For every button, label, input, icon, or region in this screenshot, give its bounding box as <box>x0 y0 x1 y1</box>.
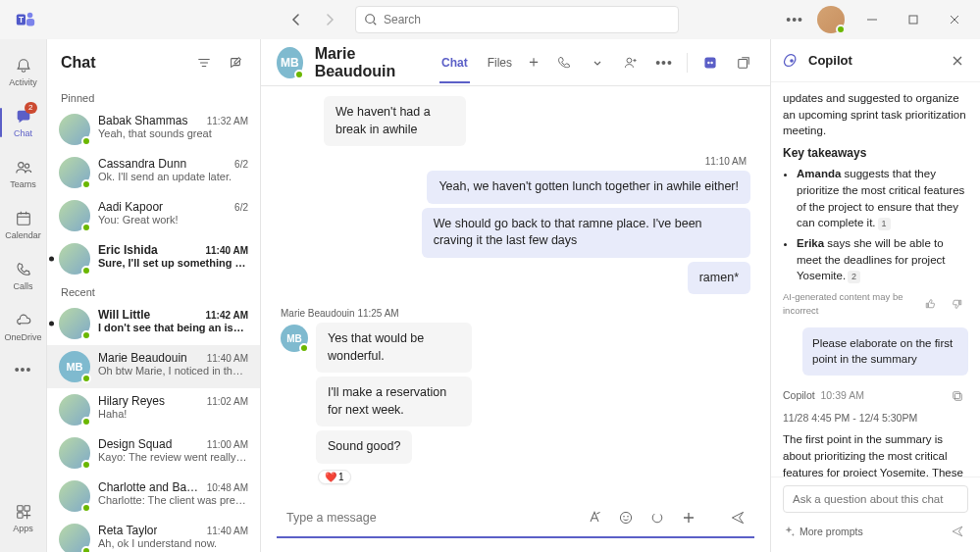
titlebar: T ••• <box>0 0 980 39</box>
search-input[interactable] <box>384 13 670 26</box>
chat-list-item[interactable]: Design Squad11:00 AMKayo: The review wen… <box>47 431 260 475</box>
people-add-button[interactable] <box>620 52 642 74</box>
more-compose-button[interactable] <box>678 507 699 528</box>
user-avatar[interactable] <box>817 6 845 33</box>
rail-item-apps[interactable]: Apps <box>0 493 47 542</box>
outgoing-message[interactable]: We should go back to that ramne place. I… <box>422 208 750 258</box>
chat-item-name: Will Little <box>98 308 150 322</box>
chat-item-name: Design Squad <box>98 437 172 451</box>
chat-item-name: Charlotte and Babak <box>98 480 201 494</box>
tab-chat[interactable]: Chat <box>439 42 470 83</box>
outgoing-message[interactable]: ramen* <box>688 262 750 295</box>
compose-input[interactable] <box>283 505 576 530</box>
reference-badge[interactable]: 1 <box>878 218 891 230</box>
incoming-message[interactable]: We haven't had a break in awhile <box>324 96 466 146</box>
call-options-button[interactable] <box>587 52 608 74</box>
avatar <box>59 437 90 469</box>
chat-list-item[interactable]: Charlotte and Babak10:48 AMCharlotte: Th… <box>47 475 260 518</box>
chat-list-item[interactable]: Will Little11:42 AMI don't see that bein… <box>47 302 260 345</box>
incoming-message[interactable]: I'll make a reservation for next week. <box>316 376 472 427</box>
chat-item-time: 11:32 AM <box>207 116 248 126</box>
avatar <box>59 394 90 426</box>
call-button[interactable] <box>553 52 575 74</box>
conversation-avatar[interactable]: MB <box>277 47 303 78</box>
chat-list-item[interactable]: Eric Ishida11:40 AMSure, I'll set up som… <box>47 237 260 280</box>
rail-item-more[interactable]: ••• <box>0 353 47 386</box>
new-chat-button[interactable] <box>225 52 246 74</box>
maximize-button[interactable] <box>900 6 927 33</box>
copilot-toggle-button[interactable] <box>699 52 721 74</box>
search-box[interactable] <box>355 6 679 33</box>
chat-list-item[interactable]: Cassandra Dunn6/2Ok. I'll send an update… <box>47 151 260 194</box>
copy-response-button[interactable] <box>947 385 968 407</box>
recent-label: Recent <box>47 280 260 302</box>
copilot-bullet: Amanda suggests that they prioritize the… <box>797 166 968 231</box>
svg-line-5 <box>374 23 377 25</box>
thumbs-down-button[interactable] <box>947 293 968 315</box>
svg-rect-21 <box>739 59 748 68</box>
pop-out-button[interactable] <box>733 52 754 74</box>
copilot-key-takeaways-title: Key takeaways <box>783 145 968 162</box>
send-button[interactable] <box>727 507 748 528</box>
svg-point-4 <box>366 15 375 24</box>
incoming-message[interactable]: Sound good? <box>316 430 412 464</box>
conversation-header: MB Marie Beaudouin Chat Files ＋ ••• <box>261 39 770 86</box>
format-button[interactable] <box>584 507 605 528</box>
forward-button[interactable] <box>318 8 341 31</box>
rail-item-onedrive[interactable]: OneDrive <box>0 302 47 351</box>
rail-item-activity[interactable]: Activity <box>0 47 47 96</box>
chat-item-time: 11:02 AM <box>207 396 248 407</box>
ai-disclaimer-text: AI-generated content may be incorrect <box>783 290 919 318</box>
chat-list-item[interactable]: MBMarie Beaudouin11:40 AMOh btw Marie, I… <box>47 345 260 388</box>
chat-item-preview: Ah, ok I understand now. <box>98 537 248 549</box>
filter-button[interactable] <box>193 52 215 74</box>
copilot-response-name: Copilot <box>783 389 815 401</box>
svg-point-25 <box>652 513 662 523</box>
rail-label: Calls <box>13 281 32 291</box>
svg-point-20 <box>710 61 712 63</box>
incoming-message[interactable]: Yes that would be wonderful. <box>316 323 472 373</box>
chat-item-name: Eric Ishida <box>98 243 158 257</box>
copilot-panel: Copilot updates and suggested to organiz… <box>770 39 980 552</box>
add-tab-button[interactable]: ＋ <box>526 52 542 73</box>
chat-item-preview: Yeah, that sounds great <box>98 127 248 139</box>
copilot-send-button[interactable] <box>947 521 968 542</box>
outgoing-message[interactable]: Yeah, we haven't gotten lunch together i… <box>427 171 750 204</box>
conversation-more-button[interactable]: ••• <box>653 52 675 74</box>
rail-item-chat[interactable]: 2 Chat <box>0 98 47 147</box>
tab-files[interactable]: Files <box>486 42 514 83</box>
emoji-button[interactable] <box>615 507 637 528</box>
cloud-icon <box>14 311 33 330</box>
compose-box[interactable] <box>277 499 754 538</box>
chat-list-item[interactable]: Babak Shammas11:32 AMYeah, that sounds g… <box>47 108 260 151</box>
sparkle-icon <box>783 526 795 537</box>
rail-item-calendar[interactable]: Calendar <box>0 200 47 249</box>
more-prompts-button[interactable]: More prompts <box>783 526 863 537</box>
rail-item-calls[interactable]: Calls <box>0 251 47 300</box>
rail-item-teams[interactable]: Teams <box>0 149 47 198</box>
minimize-button[interactable] <box>858 6 886 33</box>
copilot-close-button[interactable] <box>947 50 968 72</box>
chat-list-item[interactable]: Hilary Reyes11:02 AMHaha! <box>47 388 260 431</box>
chat-list-item[interactable]: Reta Taylor11:40 AMAh, ok I understand n… <box>47 518 260 552</box>
copilot-input[interactable] <box>783 485 968 513</box>
avatar: MB <box>59 351 90 382</box>
settings-more-button[interactable]: ••• <box>786 12 803 27</box>
copilot-response-time: 10:39 AM <box>821 389 864 401</box>
message-reaction[interactable]: ❤️1 <box>318 470 351 484</box>
chat-list-item[interactable]: Aadi Kapoor6/2You: Great work! <box>47 194 260 237</box>
message-thread: We haven't had a break in awhile11:10 AM… <box>261 86 770 491</box>
svg-rect-16 <box>17 513 22 518</box>
thumbs-up-button[interactable] <box>919 293 941 315</box>
app-rail: Activity 2 Chat Teams Calendar Calls One… <box>0 39 47 552</box>
rail-label: Chat <box>14 128 32 138</box>
back-button[interactable] <box>284 8 308 31</box>
search-icon <box>364 13 378 26</box>
copilot-bullet: Erika says she will be able to meet the … <box>797 235 968 284</box>
reference-badge[interactable]: 2 <box>848 271 860 283</box>
chat-item-time: 11:40 AM <box>207 526 248 536</box>
close-button[interactable] <box>941 6 968 33</box>
chat-item-time: 11:40 AM <box>207 353 248 364</box>
chat-item-time: 11:42 AM <box>205 310 248 321</box>
loop-button[interactable] <box>646 507 668 528</box>
